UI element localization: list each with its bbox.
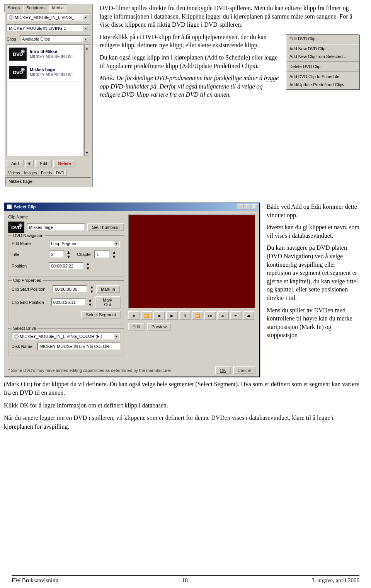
chapter-label: Chapter [77, 252, 92, 257]
skip-back-icon[interactable]: ⏮ [128, 311, 140, 320]
tab-feeds[interactable]: Feeds [39, 170, 54, 176]
title-spinner[interactable] [49, 251, 64, 258]
spinner-down-icon[interactable]: ▼ [66, 254, 71, 259]
video-preview[interactable] [128, 215, 255, 309]
menu-separator [287, 44, 359, 44]
ok-button[interactable]: OK [215, 366, 231, 374]
chevron-down-icon[interactable]: ▼ [114, 334, 119, 339]
menu-update-predefined[interactable]: Add/Update Predefined Clips... [286, 81, 359, 89]
chevron-down-icon[interactable]: ▼ [114, 241, 119, 246]
spinner-down-icon[interactable]: ▼ [112, 254, 116, 259]
menu-delete-clip[interactable]: Delete DVD Clip [286, 63, 359, 71]
tab-dvd[interactable]: DVD [54, 170, 66, 176]
body-paragraph: Når du senere legger inn en DVD i spille… [4, 414, 359, 431]
media-bottom-tabs: Videos Images Feeds DVD [4, 170, 92, 176]
menu-edit-clip[interactable]: Edit DVD Clip... [286, 35, 359, 43]
dvd-thumb-icon: DVD [8, 222, 24, 233]
group-legend: DVD Navigation [12, 233, 45, 238]
eject-icon[interactable]: ⏏ [243, 311, 254, 320]
pause-icon[interactable]: ⏸ [179, 311, 191, 320]
set-thumbnail-button[interactable]: Set Thumbnail [87, 223, 124, 231]
mark-out-button[interactable]: Mark Out [95, 296, 121, 308]
start-pos-input[interactable] [53, 285, 87, 293]
spinner-down-icon[interactable]: ▼ [90, 289, 94, 294]
preview-button[interactable]: Preview [147, 323, 171, 331]
delete-button[interactable]: Delete [53, 160, 75, 167]
nav-down-icon[interactable]: ⏷ [230, 311, 242, 320]
nav-up-icon[interactable]: ⏶ [217, 311, 229, 320]
tab-songs[interactable]: Songs [4, 4, 23, 12]
tab-images[interactable]: Images [22, 170, 39, 176]
drive-select[interactable]: MICKEY_MOUSE_IN_LIVING_ ▼ [7, 14, 90, 21]
list-item[interactable]: DVD Mikkes hage MICKEY MOUSE IN LIVI [7, 63, 83, 82]
spinner-up-icon[interactable]: ▲ [112, 250, 116, 254]
chevron-down-icon[interactable]: ▼ [83, 26, 88, 31]
spinner-up-icon[interactable]: ▲ [66, 250, 71, 254]
clip-subtitle: MICKEY MOUSE IN LIVI [30, 55, 73, 59]
tab-videos[interactable]: Videos [6, 170, 22, 176]
clip-name-input[interactable] [27, 223, 85, 231]
mark-in-button[interactable]: Mark In [96, 285, 120, 293]
clip-properties-group: Clip Properties Clip Start Position ▲▼ M… [8, 280, 124, 324]
edit-mode-select[interactable]: Loop Segment ▼ [49, 240, 121, 247]
spinner-down-icon[interactable]: ▼ [86, 266, 90, 271]
tab-scriptures[interactable]: Scriptures [23, 4, 49, 12]
maximize-icon[interactable]: □ [244, 204, 250, 210]
start-pos-label: Clip Start Position [12, 287, 50, 291]
spinner-down-icon[interactable]: ▼ [88, 302, 92, 307]
chapter-spinner[interactable] [94, 251, 110, 258]
body-paragraph: Både ved Add og Edit kommer dette vindue… [267, 203, 359, 219]
drive-value: MICKEY_MOUSE_IN_LIVING_ [15, 15, 74, 20]
play-icon[interactable]: ▶ [166, 311, 178, 320]
select-segment-button[interactable]: Select Segment [81, 311, 121, 319]
footer-right: 3. utgave, april 2006 [311, 577, 359, 584]
stop-icon[interactable]: ■ [153, 311, 165, 320]
edit-mode-button[interactable]: Edit [128, 323, 145, 331]
list-item[interactable]: DVD Intro til Mikke MICKEY MOUSE IN LIVI [7, 45, 83, 63]
volume-select[interactable]: MICKEY MOUSE IN LIVING C ▼ [7, 24, 90, 32]
chevron-down-icon[interactable]: ▼ [83, 15, 88, 20]
menu-separator [287, 61, 359, 62]
clip-list[interactable]: DVD Intro til Mikke MICKEY MOUSE IN LIVI… [7, 44, 84, 157]
menu-add-new-clip[interactable]: Add New DVD Clip... [286, 45, 359, 53]
edit-button[interactable]: Edit [35, 160, 52, 167]
select-drive-group: Select Drive MICKEY_MOUSE_IN_LIVING_COLO… [8, 328, 124, 356]
clip-subtitle: MICKEY MOUSE IN LIVI [30, 73, 73, 77]
titlebar[interactable]: Select Clip _ □ ✕ [4, 203, 259, 211]
group-legend: Clip Properties [12, 278, 43, 283]
ffwd-icon[interactable]: ⏩ [192, 311, 203, 320]
chevron-down-icon[interactable]: ▼ [83, 36, 88, 42]
disk-name-input[interactable] [37, 343, 121, 350]
clips-filter[interactable]: Available Clips ▼ [20, 35, 90, 43]
skip-fwd-icon[interactable]: ⏭ [204, 311, 216, 320]
menu-add-to-schedule[interactable]: Add DVD Clip to Schedule [286, 73, 359, 81]
scroll-up-icon[interactable]: ▲ [85, 45, 89, 51]
minimize-icon[interactable]: _ [237, 204, 243, 210]
close-icon[interactable]: ✕ [251, 204, 257, 210]
drive-combo[interactable]: MICKEY_MOUSE_IN_LIVING_COLOR (F:) ▼ [12, 332, 121, 340]
media-top-tabs: Songs Scriptures Media [4, 4, 92, 12]
rewind-icon[interactable]: ⏪ [141, 311, 152, 320]
body-paragraph: Øverst kan du gi klippet et navn, som vi… [267, 223, 359, 240]
cancel-button[interactable]: Cancel [233, 366, 255, 374]
disc-icon [9, 15, 14, 20]
spinner-up-icon[interactable]: ▲ [88, 298, 92, 302]
page-footer: EW Bruksanvisning - 18 - 3. utgave, apri… [12, 575, 359, 584]
window-icon [7, 204, 12, 210]
add-menu-button[interactable]: ▼ [25, 160, 34, 167]
add-button[interactable]: Add [7, 160, 24, 167]
end-pos-input[interactable] [51, 298, 86, 306]
group-legend: Select Drive [12, 326, 37, 331]
transport-controls: ⏮ ⏪ ■ ▶ ⏸ ⏩ ⏭ ⏶ ⏷ ⏏ [128, 309, 255, 320]
dvd-thumb-icon: DVD [9, 48, 27, 61]
position-input[interactable] [49, 262, 83, 270]
end-pos-label: Clip End Position [12, 300, 49, 305]
title-label: Title [12, 252, 46, 257]
window-title: Select Clip [14, 205, 36, 209]
tab-media[interactable]: Media [49, 4, 67, 12]
spinner-up-icon[interactable]: ▲ [86, 261, 90, 266]
menu-add-from-selected[interactable]: Add New Clip from Selected... [286, 53, 359, 61]
scroll-down-icon[interactable]: ▼ [85, 150, 89, 156]
spinner-up-icon[interactable]: ▲ [90, 285, 94, 289]
dvd-navigation-group: DVD Navigation Edit Mode Loop Segment ▼ … [8, 235, 124, 276]
